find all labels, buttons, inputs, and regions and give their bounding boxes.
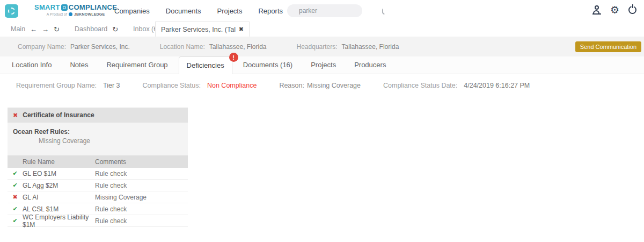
close-tab-icon[interactable]: ✖ xyxy=(239,26,244,33)
section-tabs: Location Info Notes Requirement Group De… xyxy=(0,56,644,74)
tab-requirement-group[interactable]: Requirement Group xyxy=(99,56,175,74)
search-icon[interactable] xyxy=(382,9,383,13)
rule-comment: Rule check xyxy=(95,182,188,189)
tab-deficiencies[interactable]: Deficiencies ! xyxy=(179,56,232,74)
tagline-prefix: A Product of xyxy=(47,12,67,16)
reason-label: Reason: xyxy=(279,82,304,89)
panel-header[interactable]: ✖ Certificate of Insurance xyxy=(8,108,188,123)
nav-companies[interactable]: Companies xyxy=(114,7,150,15)
location-name-value: Tallahassee, Florida xyxy=(209,43,267,51)
requirement-group-name-value: Tier 3 xyxy=(103,82,120,89)
requirement-group-info-row: Requirement Group Name: Tier 3 Complianc… xyxy=(0,74,644,89)
brand-smart-text: SMART xyxy=(34,3,60,11)
tagline-brand: JBKNOWLEDGE xyxy=(74,12,105,16)
rule-comment: Rule check xyxy=(95,205,188,213)
rules-value: Missing Coverage xyxy=(39,137,182,145)
tab-location-info[interactable]: Location Info xyxy=(4,56,59,74)
headquarters-value: Tallahassee, Florida xyxy=(342,43,399,51)
tab-documents[interactable]: Documents (16) xyxy=(236,56,300,74)
company-name-field: Company Name: Parker Services, Inc. xyxy=(18,43,130,51)
table-row[interactable]: ✔ WC Employers Liability $1M Rule check xyxy=(8,215,188,227)
panel-title: Certificate of Insurance xyxy=(23,111,94,119)
app-header: SMART COMPLIANCE A Product of JBKNOWLEDG… xyxy=(0,0,644,22)
tab-dashboard[interactable]: Dashboard ↻ xyxy=(75,25,118,33)
deficiency-panel: ✖ Certificate of Insurance Ocean Reef Ru… xyxy=(8,108,188,227)
check-icon: ✔ xyxy=(8,217,23,224)
logout-power-icon[interactable] xyxy=(628,6,636,14)
rule-comment: Rule check xyxy=(95,170,188,177)
company-name-value: Parker Services, Inc. xyxy=(70,43,130,51)
brand-tagline: A Product of JBKNOWLEDGE xyxy=(34,12,117,16)
reason-value: Missing Coverage xyxy=(307,82,361,89)
rule-name-column-header: Rule Name xyxy=(23,158,95,166)
compliance-status-date-label: Compliance Status Date: xyxy=(383,82,457,89)
table-row[interactable]: ✔ GL EO $1M Rule check xyxy=(8,168,188,180)
fail-x-icon: ✖ xyxy=(13,112,18,119)
brand-logo[interactable]: SMART COMPLIANCE A Product of JBKNOWLEDG… xyxy=(34,3,117,16)
nav-projects[interactable]: Projects xyxy=(217,7,243,15)
app-logo-icon[interactable] xyxy=(5,4,18,18)
table-row[interactable]: ✖ GL AI Missing Coverage xyxy=(8,191,188,203)
company-info-bar: Company Name: Parker Services, Inc. Loca… xyxy=(0,37,644,56)
headquarters-field: Headquarters: Tallahassee, Florida xyxy=(297,43,399,51)
tab-deficiencies-label: Deficiencies xyxy=(187,61,224,69)
tab-projects[interactable]: Projects xyxy=(303,56,343,74)
refresh-icon[interactable]: ↻ xyxy=(54,25,60,33)
rules-label: Ocean Reef Rules: xyxy=(13,128,182,136)
global-search xyxy=(287,4,362,17)
compliance-status-value: Non Compliance xyxy=(207,82,257,89)
send-communication-button[interactable]: Send Communication xyxy=(575,41,641,52)
tab-main-label: Main xyxy=(11,25,25,33)
requirement-group-name-label: Requirement Group Name: xyxy=(16,82,97,89)
rule-name: GL AI xyxy=(23,194,95,201)
search-input[interactable] xyxy=(287,7,382,15)
active-tab-label: Parker Services, Inc. (Tallaha xyxy=(161,26,236,33)
settings-gear-icon[interactable]: ⚙ xyxy=(610,5,619,15)
x-icon: ✖ xyxy=(8,194,23,201)
brand-mark-icon xyxy=(61,4,68,11)
rule-name: GL Agg $2M xyxy=(23,182,95,189)
panel-body: Ocean Reef Rules: Missing Coverage xyxy=(8,123,188,155)
comments-column-header: Comments xyxy=(95,158,188,166)
rules-table-header: Rule Name Comments xyxy=(8,155,188,168)
check-icon: ✔ xyxy=(8,205,23,212)
reason-field: Reason: Missing Coverage xyxy=(279,82,361,89)
user-account-icon[interactable] xyxy=(592,5,601,15)
nav-reports[interactable]: Reports xyxy=(258,7,283,15)
rule-comment: Missing Coverage xyxy=(95,194,188,201)
tab-producers[interactable]: Producers xyxy=(347,56,393,74)
location-name-field: Location Name: Tallahassee, Florida xyxy=(160,43,267,51)
compliance-status-date-field: Compliance Status Date: 4/24/2019 6:16:2… xyxy=(383,82,530,89)
compliance-status-label: Compliance Status: xyxy=(143,82,201,89)
table-row[interactable]: ✔ GL Agg $2M Rule check xyxy=(8,180,188,191)
check-icon: ✔ xyxy=(8,170,23,177)
back-arrow-icon[interactable]: ← xyxy=(30,25,37,33)
brand-wordmark: SMART COMPLIANCE xyxy=(34,3,117,11)
rule-name: WC Employers Liability $1M xyxy=(23,213,95,229)
refresh-icon[interactable]: ↻ xyxy=(112,25,118,33)
nav-documents[interactable]: Documents xyxy=(166,7,201,15)
tab-parker-services-active[interactable]: Parker Services, Inc. (Tallaha ✖ xyxy=(155,22,250,37)
header-icons: ⚙ xyxy=(592,5,636,15)
forward-arrow-icon[interactable]: → xyxy=(42,25,49,33)
compliance-status-field: Compliance Status: Non Compliance xyxy=(143,82,257,89)
check-icon: ✔ xyxy=(8,182,23,189)
company-name-label: Company Name: xyxy=(18,43,66,51)
jbknowledge-icon xyxy=(69,12,72,16)
rule-name: GL EO $1M xyxy=(23,170,95,177)
location-name-label: Location Name: xyxy=(160,43,205,51)
tab-main[interactable]: Main ← → ↻ xyxy=(11,25,60,33)
headquarters-label: Headquarters: xyxy=(297,43,338,51)
tab-dashboard-label: Dashboard xyxy=(75,25,107,33)
rule-comment: Rule check xyxy=(95,217,188,225)
window-tab-strip: Main ← → ↻ Dashboard ↻ Inbox (65) ↻ Park… xyxy=(0,22,644,37)
tab-notes[interactable]: Notes xyxy=(62,56,96,74)
brand-compliance-text: COMPLIANCE xyxy=(69,3,117,11)
refresh-ring-icon xyxy=(8,8,15,15)
compliance-status-date-value: 4/24/2019 6:16:27 PM xyxy=(464,82,530,89)
rule-name: AL CSL $1M xyxy=(23,205,95,213)
requirement-group-name-field: Requirement Group Name: Tier 3 xyxy=(16,82,120,89)
